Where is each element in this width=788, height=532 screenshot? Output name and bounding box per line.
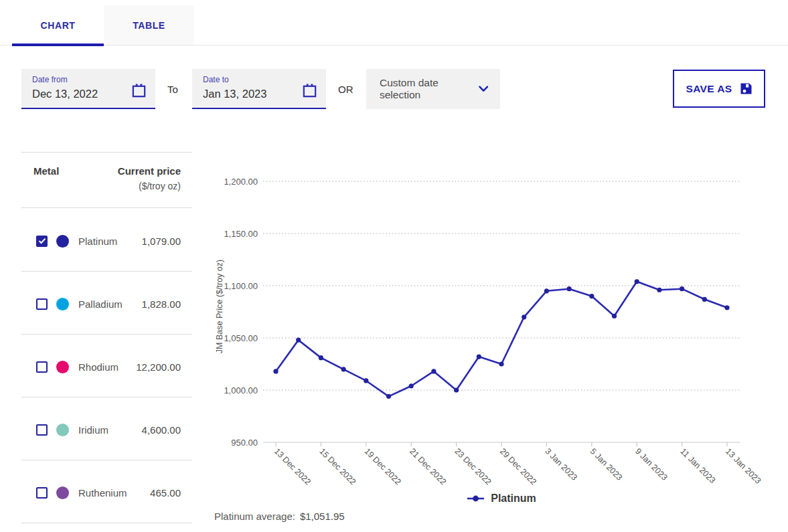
average-label: Platinum average: (214, 511, 295, 522)
custom-date-selection-value: Custom date selection (380, 77, 479, 101)
x-tick-label: 13 Dec 2022 (272, 446, 313, 486)
metal-color-dot-iridium (56, 424, 69, 436)
chevron-down-icon (479, 86, 488, 92)
data-point (680, 286, 684, 291)
custom-date-selection-dropdown[interactable]: Custom date selection (366, 69, 500, 109)
data-point (544, 288, 549, 293)
data-point (702, 297, 707, 302)
y-tick-label: 1,050.00 (224, 333, 258, 343)
x-tick-label: 21 Dec 2022 (408, 446, 448, 486)
list-divider (21, 271, 192, 272)
tab-chart[interactable]: CHART (12, 5, 104, 45)
metal-row-palladium: Palladium1,828.00 (21, 290, 192, 317)
price-chart: 950.001,000.001,050.001,100.001,150.001,… (208, 167, 777, 532)
metal-row-rhodium: Rhodium12,200.00 (21, 353, 192, 380)
active-tab-indicator (12, 43, 104, 46)
tabs-divider (0, 45, 788, 46)
metal-price-iridium: 4,600.00 (142, 424, 181, 436)
list-divider (21, 523, 192, 523)
date-from-label: Date from (32, 75, 68, 84)
data-point (499, 361, 503, 366)
list-divider (21, 397, 192, 397)
chart-legend: Platinum (263, 493, 740, 505)
data-point (431, 369, 436, 373)
metal-checkbox-palladium[interactable] (36, 298, 48, 310)
save-as-button[interactable]: SAVE AS (673, 70, 765, 108)
metal-row-platinum: Platinum1,079.00 (21, 228, 192, 254)
metal-row-ruthenium: Ruthenium465.00 (21, 479, 192, 506)
date-from-value: Dec 13, 2022 (32, 88, 98, 100)
x-tick-label: 13 Jan 2023 (724, 446, 763, 486)
y-axis-title: JM Base Price ($/troy oz) (215, 260, 224, 353)
platinum-line-chart: 950.001,000.001,050.001,100.001,150.001,… (208, 167, 777, 532)
list-divider (21, 334, 192, 335)
data-point (612, 314, 617, 319)
metal-name-platinum: Platinum (78, 236, 117, 247)
data-point (589, 294, 594, 298)
date-to-input[interactable]: Date to Jan 13, 2023 (192, 69, 326, 109)
save-floppy-icon (740, 82, 753, 95)
x-tick-label: 19 Dec 2022 (363, 446, 403, 486)
metal-color-dot-ruthenium (56, 486, 69, 499)
save-as-label: SAVE AS (686, 83, 732, 95)
legend-platinum-marker-icon (467, 495, 485, 503)
y-tick-label: 1,200.00 (224, 177, 258, 187)
x-tick-label: 9 Jan 2023 (633, 446, 669, 482)
metal-column-header: Metal (33, 165, 59, 177)
metal-name-rhodium: Rhodium (78, 361, 119, 373)
date-from-input[interactable]: Date from Dec 13, 2022 (21, 69, 155, 109)
y-tick-label: 1,100.00 (224, 281, 258, 291)
x-tick-label: 29 Dec 2022 (498, 446, 538, 486)
metal-row-iridium: Iridium4,600.00 (21, 416, 192, 443)
data-point (567, 286, 572, 291)
x-tick-label: 5 Jan 2023 (588, 446, 625, 482)
platinum-average-note: Platinum average:$1,051.95 (214, 511, 345, 522)
calendar-icon[interactable] (302, 83, 317, 98)
metal-price-platinum: 1,079.00 (142, 236, 181, 247)
metal-price-rhodium: 12,200.00 (136, 361, 181, 373)
data-point (724, 305, 729, 310)
metal-checkbox-rhodium[interactable] (36, 361, 48, 373)
list-divider (21, 152, 192, 153)
platinum-price-line (276, 282, 727, 397)
tab-table[interactable]: TABLE (104, 5, 194, 45)
metal-name-iridium: Iridium (78, 424, 108, 436)
data-point (319, 355, 323, 360)
metal-checkbox-iridium[interactable] (36, 424, 48, 436)
metal-checkbox-ruthenium[interactable] (36, 487, 48, 499)
data-point (341, 367, 346, 371)
data-point (454, 387, 459, 392)
data-point (386, 394, 391, 399)
to-text: To (167, 69, 178, 109)
data-point (296, 338, 301, 343)
metal-price-palladium: 1,828.00 (142, 298, 181, 310)
data-point (657, 288, 661, 292)
x-tick-label: 23 Dec 2022 (453, 446, 493, 486)
tab-chart-label: CHART (41, 20, 76, 31)
price-column-unit: ($/troy oz) (80, 181, 181, 191)
y-tick-label: 1,150.00 (224, 229, 258, 239)
x-tick-label: 3 Jan 2023 (543, 446, 579, 482)
metal-name-ruthenium: Ruthenium (78, 487, 127, 499)
calendar-icon[interactable] (131, 83, 147, 98)
data-point (364, 378, 368, 383)
price-column-header: Current price (80, 165, 181, 177)
average-value: $1,051.95 (300, 511, 345, 522)
tab-table-label: TABLE (133, 20, 165, 31)
x-tick-label: 11 Jan 2023 (678, 446, 717, 485)
metal-price-ruthenium: 465.00 (150, 487, 181, 499)
metal-color-dot-platinum (56, 235, 69, 248)
checkmark-icon (38, 238, 46, 244)
data-point (477, 354, 481, 359)
metal-checkbox-platinum[interactable] (36, 236, 48, 247)
data-point (273, 369, 278, 373)
metal-color-dot-palladium (56, 298, 69, 311)
x-tick-label: 15 Dec 2022 (317, 446, 358, 486)
data-point (635, 279, 639, 284)
legend-platinum-label: Platinum (491, 493, 536, 505)
data-point (409, 383, 414, 388)
metal-name-palladium: Palladium (78, 298, 123, 310)
y-tick-label: 950.00 (231, 438, 258, 448)
or-text: OR (338, 69, 353, 109)
y-tick-label: 1,000.00 (224, 385, 258, 395)
